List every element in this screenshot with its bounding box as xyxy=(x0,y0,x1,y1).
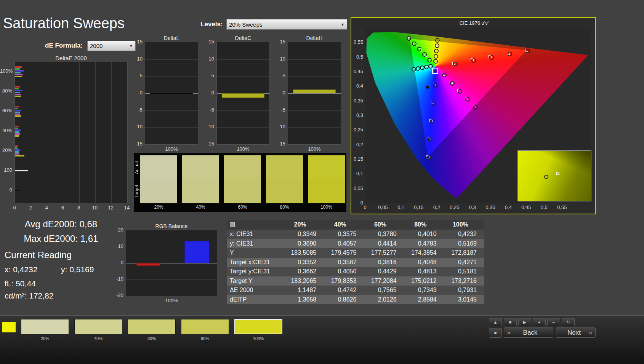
actual-swatch xyxy=(182,155,219,179)
cie-y-tick: 0,45 xyxy=(351,69,364,75)
pattern-level-swatch[interactable] xyxy=(128,319,176,334)
table-cell: 0,5169 xyxy=(444,240,484,247)
delta-y-tick: -15 xyxy=(133,141,143,147)
pattern-level-swatch[interactable] xyxy=(234,319,282,334)
pattern-level-swatch[interactable] xyxy=(21,319,69,334)
next-button[interactable]: Next » xyxy=(556,327,596,338)
deltal-chart xyxy=(145,42,198,145)
loop-button[interactable]: ↻ xyxy=(562,318,575,326)
sweep-swatch-label: 100% xyxy=(308,204,345,210)
stop-button[interactable]: ■ xyxy=(504,318,517,326)
rgb-balance-title: RGB Balance xyxy=(126,223,217,229)
cie-measured-point xyxy=(428,137,433,142)
cie-selected-point xyxy=(432,68,438,74)
deltae-bar xyxy=(15,131,19,133)
sweep-swatch-label: 40% xyxy=(182,204,219,210)
rgb-balance-x-label: 100% xyxy=(126,298,217,304)
pattern-level-swatch[interactable] xyxy=(181,319,229,334)
record-button[interactable]: ● xyxy=(533,318,546,326)
measurement-table: 20%40%60%80%100%x: CIE310,33490,35750,37… xyxy=(227,220,484,304)
deltae-bar xyxy=(15,147,18,149)
pattern-level-swatch[interactable] xyxy=(74,319,122,334)
table-cell: 2,8584 xyxy=(404,296,444,303)
table-header-cell: 60% xyxy=(364,221,404,228)
deltah-x-label: 100% xyxy=(288,146,341,152)
delta-gridline xyxy=(145,76,198,77)
deltae-y-tick: 0 xyxy=(0,187,13,193)
table-row-label: Target y:CIE31 xyxy=(227,268,284,275)
table-header-cell: 40% xyxy=(324,221,364,228)
cie-measured-point xyxy=(458,89,462,94)
deltae-x-tick: 14 xyxy=(122,205,131,211)
levels-value: 20% Sweeps xyxy=(229,21,263,28)
cie-chart-box: CIE 1976 u'v' 00,050,10,150,20,250,30,35… xyxy=(351,17,596,214)
table-header-label-cell xyxy=(227,222,284,227)
deltae-bar xyxy=(15,76,22,77)
deltae-chart xyxy=(14,62,128,203)
deltae-bar xyxy=(15,153,19,155)
sweep-swatch xyxy=(182,155,219,203)
continuous-button[interactable]: ∞ xyxy=(547,318,560,326)
deltac-chart xyxy=(216,42,270,145)
table-cell: 0,3816 xyxy=(364,259,404,266)
deltae-bar xyxy=(15,112,20,113)
table-row: y: CIE310,36900,40570,44140,47830,5169 xyxy=(227,239,484,249)
de-formula-dropdown[interactable]: 2000 ▼ xyxy=(87,41,136,51)
table-cell: 183,5085 xyxy=(284,249,324,256)
chevron-down-icon: ▼ xyxy=(341,22,344,27)
delta-y-tick: 5 xyxy=(276,73,286,79)
deltah-y-axis: 151050-5-10-15 xyxy=(276,42,286,145)
deltae-y-tick: 60% xyxy=(0,108,13,114)
delta-y-tick: -5 xyxy=(204,107,215,113)
pattern-level-label: 60% xyxy=(128,335,176,342)
deltae-x-tick: 12 xyxy=(106,205,115,211)
table-cell: 0,4429 xyxy=(364,268,404,275)
actual-swatch xyxy=(140,155,177,179)
deltal-x-label: 100% xyxy=(145,146,198,152)
table-cell: 0,5181 xyxy=(444,268,484,275)
deltae-x-tick: 4 xyxy=(42,205,51,211)
deltae-gridline xyxy=(111,62,112,203)
deltae-bar xyxy=(15,72,21,73)
cie-y-tick: 0,1 xyxy=(351,171,364,177)
table-cell: 0,4232 xyxy=(444,231,484,238)
cie-measured-point xyxy=(407,36,411,41)
cie-measured-point xyxy=(525,49,530,53)
target-swatch xyxy=(224,179,261,203)
cie-x-tick: 0,25 xyxy=(449,204,461,211)
cie-x-tick: 0,5 xyxy=(538,204,550,211)
table-cell: 179,4575 xyxy=(324,249,364,256)
delta-gridline xyxy=(288,127,341,128)
table-row: Target y:CIE310,36620,40500,44290,48130,… xyxy=(227,267,484,276)
levels-dropdown[interactable]: 20% Sweeps ▼ xyxy=(226,19,347,30)
pattern-window-toggle-button[interactable]: ■ xyxy=(489,328,502,338)
back-button[interactable]: « Back xyxy=(504,327,553,338)
table-cell: 0,4813 xyxy=(404,268,444,275)
current-cdm2: cd/m²: 172,82 xyxy=(5,291,53,300)
deltae-bar xyxy=(15,155,24,156)
deltae-gridline xyxy=(127,62,128,203)
pattern-position-button[interactable]: ▲ xyxy=(489,318,502,326)
deltae-x-tick: 0 xyxy=(10,205,19,211)
cie-measured-point xyxy=(426,155,431,160)
cie-measured-point xyxy=(453,62,458,66)
deltae-bar xyxy=(15,126,19,127)
cie-y-tick: 0,35 xyxy=(351,98,364,104)
deltae-gridline xyxy=(79,62,80,203)
table-row: Target Y183,2065179,8353177,2084175,0212… xyxy=(227,276,484,286)
chevrons-left-icon: « xyxy=(507,329,511,336)
pattern-level-label: 100% xyxy=(234,335,282,342)
table-row: Y183,5085179,4575177,5277174,3854172,818… xyxy=(227,248,484,258)
cie-measured-point xyxy=(433,59,438,64)
cie-measured-point xyxy=(489,55,494,60)
cie-measured-point xyxy=(434,49,439,53)
deltae-bar xyxy=(15,88,19,89)
rgb-bar-red xyxy=(136,263,160,266)
delta-y-tick: 10 xyxy=(133,56,143,62)
actual-swatch xyxy=(308,155,345,179)
delta-y-tick: -10 xyxy=(204,124,215,130)
delta_h-bar xyxy=(293,89,336,93)
cie-x-tick: 0,3 xyxy=(466,204,479,211)
play-button[interactable]: ▶ xyxy=(518,318,531,326)
cie-y-tick: 0,5 xyxy=(351,54,364,60)
